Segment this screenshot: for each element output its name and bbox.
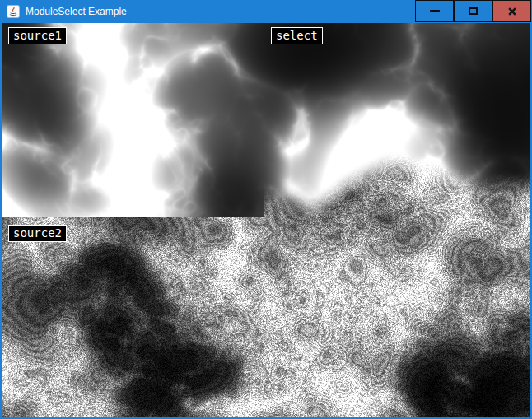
- select-label: select: [271, 27, 323, 44]
- app-window: ModuleSelect Example source1 select sour…: [0, 0, 532, 419]
- minimize-icon: [430, 10, 440, 12]
- minimize-button[interactable]: [415, 0, 454, 22]
- source1-label: source1: [8, 27, 67, 44]
- close-button[interactable]: [492, 0, 531, 22]
- window-title: ModuleSelect Example: [26, 6, 127, 17]
- maximize-button[interactable]: [454, 0, 492, 22]
- source1-noise-image: [2, 23, 264, 217]
- titlebar[interactable]: ModuleSelect Example: [0, 0, 532, 23]
- java-app-icon: [7, 5, 20, 18]
- source2-label: source2: [8, 225, 67, 242]
- maximize-icon: [469, 7, 478, 15]
- render-area: source1 select source2: [2, 23, 530, 417]
- window-controls: [415, 0, 531, 22]
- close-icon: [507, 7, 517, 16]
